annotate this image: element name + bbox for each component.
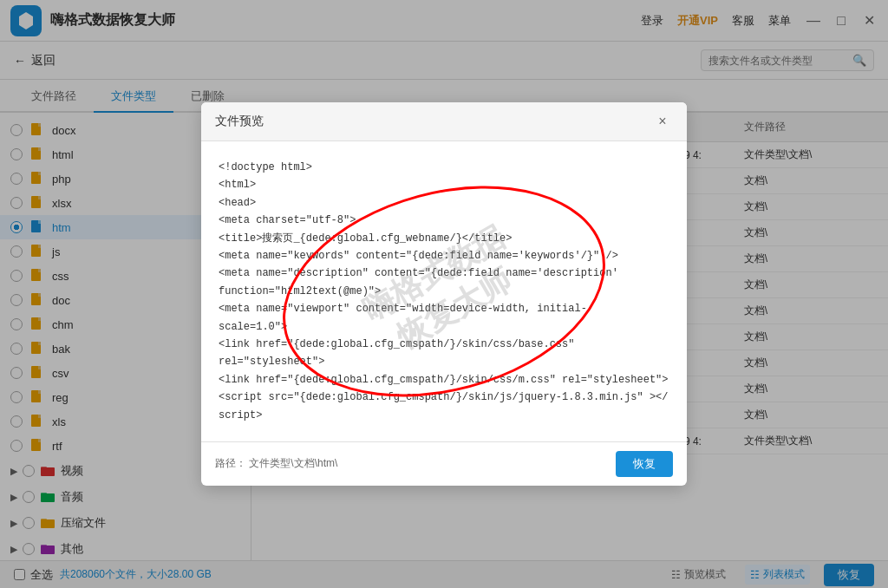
modal-path: 路径： 文件类型\文档\htm\ [215, 456, 337, 471]
code-line: <head> [219, 194, 669, 212]
code-preview: <!doctype html><html><head> <meta charse… [219, 159, 669, 424]
code-line: script> [219, 407, 669, 424]
code-line: <!doctype html> [219, 159, 669, 176]
modal-overlay: 文件预览 × <!doctype html><html><head> <meta… [0, 0, 888, 588]
code-line: <meta name="viewport" content="width=dev… [219, 300, 669, 317]
code-line: <title>搜索页_{dede:global.cfg_webname/}</t… [219, 230, 669, 247]
path-label: 路径： [215, 457, 246, 469]
modal-content: <!doctype html><html><head> <meta charse… [201, 141, 687, 441]
code-line: <meta name="description" content="{dede:… [219, 265, 669, 282]
code-line: <link href="{dede:global.cfg_cmspath/}/s… [219, 371, 669, 389]
code-line: <script src="{dede:global.cfg_cmspath/}/… [219, 389, 669, 406]
code-line: <link href="{dede:global.cfg_cmspath/}/s… [219, 336, 669, 353]
modal-close-button[interactable]: × [652, 111, 673, 132]
code-line: scale=1.0"> [219, 318, 669, 336]
file-preview-modal: 文件预览 × <!doctype html><html><head> <meta… [201, 102, 687, 486]
code-line: rel="stylesheet"> [219, 353, 669, 370]
modal-footer: 路径： 文件类型\文档\htm\ 恢复 [201, 441, 687, 486]
code-line: function="html2text(@me)"> [219, 283, 669, 300]
code-line: <html> [219, 176, 669, 193]
modal-title-bar: 文件预览 × [201, 102, 687, 141]
modal-restore-button[interactable]: 恢复 [616, 451, 673, 477]
code-line: <meta charset="utf-8"> [219, 212, 669, 229]
modal-title: 文件预览 [215, 114, 264, 129]
path-value: 文件类型\文档\htm\ [249, 457, 337, 469]
code-line: <meta name="keywords" content="{dede:fie… [219, 247, 669, 265]
